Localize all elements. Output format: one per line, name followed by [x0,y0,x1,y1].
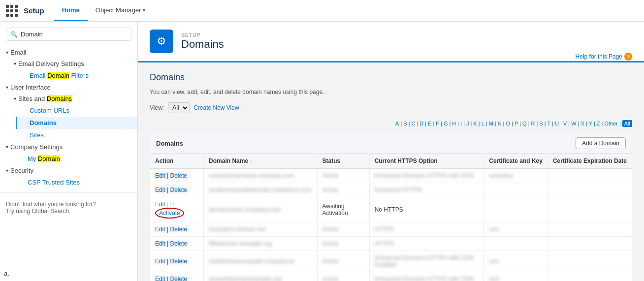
sidebar-bottom-note: Didn't find what you're looking for? Try… [0,192,137,222]
sidebar-section-security[interactable]: ▾ Security [0,165,137,176]
alpha-P[interactable]: P [515,121,518,126]
sidebar-subsection-sites-domains: ▾ Sites and Domains Custom URLs Domains … [0,93,137,141]
row-domain: example4.domain.net [204,222,317,237]
corner-label: a. [4,270,9,277]
row-exp [547,169,632,183]
col-cert-exp: Certificate Expiration Date [547,154,632,169]
alpha-I[interactable]: I [460,121,462,126]
row-cert: cert [484,272,548,281]
alpha-sep: | [578,121,580,126]
row-https: Enhanced Domains HTTPS with CDN Enabled [369,251,484,272]
row-exp [547,272,632,281]
table-row: Edit | Delete example4.domain.net Active… [150,222,632,237]
alpha-U[interactable]: U [555,121,559,126]
alpha-A[interactable]: A [395,121,399,126]
edit-link[interactable]: Edit [155,201,165,208]
create-new-view-link[interactable]: Create New View [193,104,239,111]
nav-tabs: Home Object Manager ▾ [54,0,154,21]
chevron-down-icon: ▾ [143,7,145,13]
help-link[interactable]: Help for this Page ? [576,53,632,61]
alpha-X[interactable]: X [580,121,584,126]
alpha-Z[interactable]: Z [597,121,600,126]
action-separator: | D [167,201,174,208]
row-action[interactable]: Edit | Delete [150,222,204,237]
alpha-J[interactable]: J [466,121,469,126]
sidebar-item-domains[interactable]: Domains [16,117,137,129]
row-action[interactable]: Edit | D Activate [150,197,204,222]
table-row: Edit | Delete somedomainname.example.com… [150,169,632,183]
alpha-C[interactable]: C [412,121,416,126]
sidebar-section-company-settings[interactable]: ▾ Company Settings [0,141,137,153]
sidebar-item-custom-urls[interactable]: Custom URLs [16,104,137,117]
alpha-sep: | [519,121,521,126]
search-input[interactable] [21,31,127,38]
alpha-E[interactable]: E [428,121,431,126]
sidebar-item-sites[interactable]: Sites [16,129,137,141]
alpha-N[interactable]: N [498,121,502,126]
main-content: ⚙ SETUP Domains Domains Help for this Pa… [138,22,644,281]
search-box[interactable]: 🔍 [6,28,131,41]
sidebar-item-sites-and-domains[interactable]: ▾ Sites and Domains [8,93,137,104]
col-domain-name[interactable]: Domain Name ↑ [204,154,317,169]
alpha-sep: | [619,121,621,126]
alpha-sep: | [457,121,459,126]
alpha-F[interactable]: F [436,121,439,126]
help-icon: ? [624,53,632,61]
view-select[interactable]: All [168,102,190,113]
alpha-sep: | [594,121,595,126]
table-row: Edit | Delete anotherexampledomain.sales… [150,183,632,197]
alpha-R[interactable]: R [531,121,535,126]
sidebar-section-user-interface[interactable]: ▾ User Interface [0,82,137,93]
row-action[interactable]: Edit | Delete [150,272,204,281]
table-row: Edit | Delete seventhdomainexample.org A… [150,272,632,281]
alpha-Y[interactable]: Y [589,121,592,126]
activate-button[interactable]: Activate [155,208,184,219]
alpha-sep: | [586,121,587,126]
alpha-H[interactable]: H [452,121,456,126]
sidebar: 🔍 ▾ Email ▾ Email Delivery Settings Emai… [0,22,138,281]
row-action[interactable]: Edit | Delete [150,169,204,183]
row-cert [484,197,548,222]
table-section-title: Domains [156,140,183,147]
row-exp [547,222,632,237]
tab-home[interactable]: Home [54,0,88,21]
row-action[interactable]: Edit | Delete [150,183,204,197]
alpha-W[interactable]: W [571,121,576,126]
row-https: No HTTPS [369,197,484,222]
alpha-O[interactable]: O [506,121,510,126]
alpha-K[interactable]: K [473,121,477,126]
alpha-D[interactable]: D [419,121,423,126]
sidebar-item-my-domain[interactable]: My Domain [14,153,137,165]
alpha-sep: | [417,121,418,126]
alpha-L[interactable]: L [482,121,484,126]
add-domain-button[interactable]: Add a Domain [576,137,626,149]
alpha-G[interactable]: G [444,121,448,126]
search-icon: 🔍 [10,31,18,38]
row-https: HTTPS [369,237,484,251]
sidebar-subsection-email-delivery: ▾ Email Delivery Settings Email Domain F… [0,58,137,82]
sidebar-item-email-delivery-settings[interactable]: ▾ Email Delivery Settings [8,58,137,69]
sidebar-item-csp-trusted-sites[interactable]: CSP Trusted Sites [14,176,137,188]
alpha-M[interactable]: M [489,121,493,126]
alpha-T[interactable]: T [547,121,551,126]
alpha-S[interactable]: S [539,121,543,126]
sidebar-section-email[interactable]: ▾ Email [0,47,137,58]
alpha-sep: | [560,121,562,126]
alpha-Q[interactable]: Q [522,121,527,126]
tab-object-manager[interactable]: Object Manager ▾ [88,0,154,21]
row-status: Active [317,251,369,272]
alpha-other[interactable]: Other [604,121,618,126]
row-action[interactable]: Edit | Delete [150,251,204,272]
content-title: Domains [150,72,185,83]
row-exp [547,183,632,197]
table-row: Edit | Delete fifthdomain.example.org Ac… [150,237,632,251]
table-row: Edit | Delete sixthdomainexample.company… [150,251,632,272]
row-https: HTTPS [369,222,484,237]
row-action[interactable]: Edit | Delete [150,237,204,251]
sidebar-item-email-domain-filters[interactable]: Email Domain Filters [16,69,137,82]
alpha-all[interactable]: All [622,120,632,127]
row-cert: cert [484,222,548,237]
alpha-V[interactable]: V [563,121,567,126]
alpha-B[interactable]: B [403,121,407,126]
app-launcher-icon[interactable] [6,5,18,17]
